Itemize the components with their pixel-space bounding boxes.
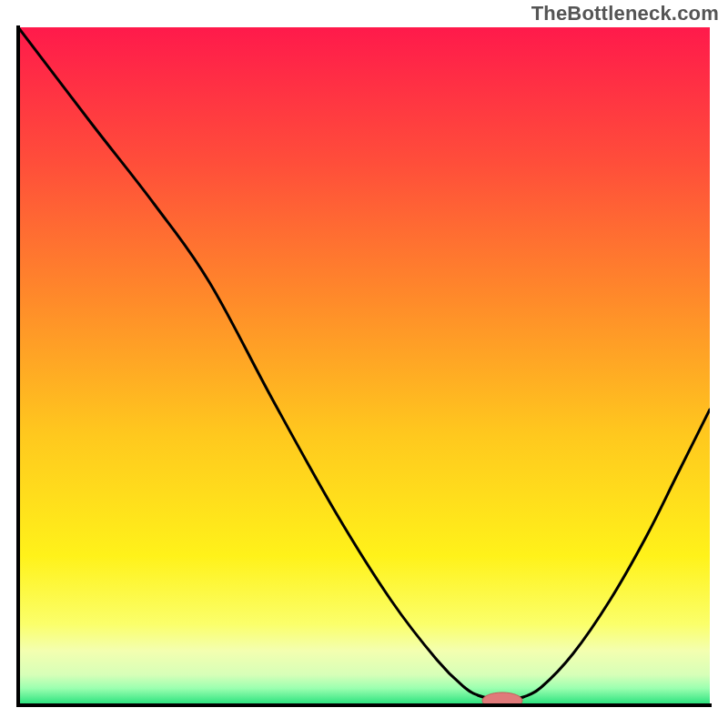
bottleneck-chart: TheBottleneck.com — [0, 0, 728, 728]
gradient-background-rect — [18, 27, 710, 705]
chart-svg — [0, 0, 728, 728]
